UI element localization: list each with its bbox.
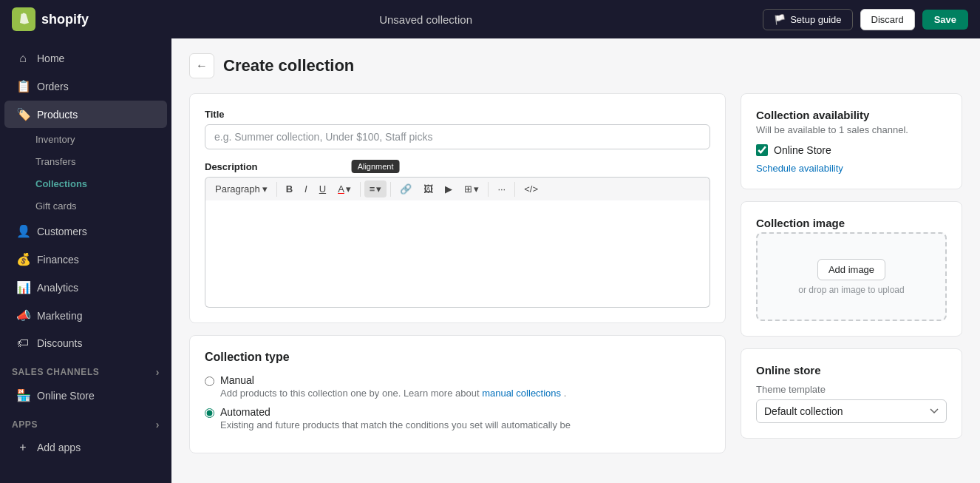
shopify-logo-icon <box>12 7 35 31</box>
left-column: Title Description Paragraph ▾ B <box>189 93 726 465</box>
home-icon: ⌂ <box>16 52 30 65</box>
sidebar-item-gift-cards[interactable]: Gift cards <box>4 195 167 217</box>
sidebar-item-discounts[interactable]: 🏷 Discounts <box>4 330 167 357</box>
link-button[interactable]: 🔗 <box>395 180 417 197</box>
collection-image-card: Collection image Add image or drop an im… <box>741 201 962 337</box>
automated-radio[interactable] <box>205 408 214 418</box>
color-dropdown-arrow: ▾ <box>346 183 351 195</box>
sidebar-item-inventory[interactable]: Inventory <box>4 129 167 150</box>
align-dropdown-arrow: ▾ <box>376 183 381 195</box>
italic-icon: I <box>304 183 307 195</box>
italic-button[interactable]: I <box>299 180 313 197</box>
sidebar-item-analytics[interactable]: 📊 Analytics <box>4 274 167 301</box>
align-icon: ≡ <box>370 183 375 195</box>
sidebar-item-collections[interactable]: Collections <box>4 173 167 195</box>
sidebar-item-finances[interactable]: 💰 Finances <box>4 246 167 273</box>
schedule-availability-link[interactable]: Schedule availability <box>756 163 843 174</box>
manual-collections-link[interactable]: manual collections <box>482 388 561 399</box>
collection-type-title: Collection type <box>205 351 710 364</box>
apps-expand-icon[interactable]: › <box>156 419 160 430</box>
online-store-checkbox[interactable] <box>756 144 768 156</box>
add-image-button[interactable]: Add image <box>817 259 885 280</box>
rte-content-area[interactable] <box>205 200 710 308</box>
back-button[interactable]: ← <box>189 53 214 78</box>
automated-radio-row: Automated Existing and future products t… <box>205 406 710 430</box>
bold-button[interactable]: B <box>281 180 298 197</box>
marketing-icon: 📣 <box>16 308 30 322</box>
sidebar-item-transfers[interactable]: Transfers <box>4 151 167 172</box>
underline-button[interactable]: U <box>314 180 331 197</box>
manual-radio[interactable] <box>205 376 214 386</box>
automated-desc: Existing and future products that match … <box>220 419 571 430</box>
sidebar-add-apps-label: Add apps <box>37 442 81 453</box>
expand-icon[interactable]: › <box>156 366 160 378</box>
automated-content: Automated Existing and future products t… <box>220 406 571 430</box>
code-icon: </> <box>524 183 538 195</box>
link-icon: 🔗 <box>400 183 412 195</box>
video-button[interactable]: ▶ <box>440 180 457 197</box>
sidebar-analytics-label: Analytics <box>37 282 78 294</box>
sidebar-orders-label: Orders <box>37 81 69 92</box>
setup-guide-button[interactable]: 🏳️ Setup guide <box>763 9 852 30</box>
image-icon: 🖼 <box>423 183 433 195</box>
sidebar-products-label: Products <box>37 109 78 121</box>
sidebar-item-online-store[interactable]: 🏪 Online Store <box>4 382 167 409</box>
sidebar-item-marketing[interactable]: 📣 Marketing <box>4 302 167 329</box>
save-button[interactable]: Save <box>922 10 968 30</box>
more-button[interactable]: ··· <box>492 180 511 197</box>
finances-icon: 💰 <box>16 252 30 266</box>
collection-image-title: Collection image <box>756 217 947 229</box>
manual-content: Manual Add products to this collection o… <box>220 374 566 399</box>
online-store-card: Online store Theme template Default coll… <box>741 348 962 439</box>
add-apps-icon: + <box>16 441 30 454</box>
sidebar-item-orders[interactable]: 📋 Orders <box>4 72 167 100</box>
sidebar-finances-label: Finances <box>37 254 79 266</box>
rte-sep-4 <box>488 182 489 197</box>
shopify-logo: shopify <box>12 7 89 31</box>
topbar-page-title: Unsaved collection <box>379 13 472 26</box>
products-icon: 🏷️ <box>16 107 30 121</box>
sidebar-online-store-label: Online Store <box>37 390 95 402</box>
right-column: Collection availability Will be availabl… <box>741 93 962 465</box>
sidebar-item-products[interactable]: 🏷️ Products <box>4 101 167 128</box>
manual-radio-row: Manual Add products to this collection o… <box>205 374 710 399</box>
sidebar-inventory-label: Inventory <box>35 134 75 145</box>
sidebar: ⌂ Home 📋 Orders 🏷️ Products Inventory Tr… <box>0 38 171 483</box>
online-store-checkbox-row: Online Store <box>756 144 947 156</box>
sidebar-item-home[interactable]: ⌂ Home <box>4 45 167 72</box>
paragraph-label: Paragraph <box>215 183 260 195</box>
rte-sep-5 <box>514 182 515 197</box>
sidebar-item-customers[interactable]: 👤 Customers <box>4 217 167 245</box>
table-icon: ⊞ <box>464 183 472 195</box>
dropdown-arrow: ▾ <box>262 183 268 195</box>
title-label: Title <box>205 109 710 120</box>
availability-title: Collection availability <box>756 109 947 121</box>
theme-template-select[interactable]: Default collection <box>756 399 947 423</box>
discounts-icon: 🏷 <box>16 337 30 350</box>
image-upload-area[interactable]: Add image or drop an image to upload <box>756 232 947 321</box>
flag-icon: 🏳️ <box>774 14 786 25</box>
discard-button[interactable]: Discard <box>860 9 915 30</box>
table-button[interactable]: ⊞ ▾ <box>459 180 484 197</box>
online-store-icon: 🏪 <box>16 388 30 402</box>
customers-icon: 👤 <box>16 224 30 238</box>
image-button[interactable]: 🖼 <box>418 180 438 197</box>
collection-type-card: Collection type Manual Add products to t… <box>189 335 726 453</box>
sales-channels-group: Sales channels › <box>0 357 171 381</box>
paragraph-dropdown[interactable]: Paragraph ▾ <box>210 180 273 197</box>
underline-icon: U <box>319 183 326 195</box>
align-button[interactable]: ≡ ▾ Alignment <box>364 180 387 197</box>
code-button[interactable]: </> <box>519 180 543 197</box>
orders-icon: 📋 <box>16 79 30 93</box>
main-layout: ⌂ Home 📋 Orders 🏷️ Products Inventory Tr… <box>0 38 980 483</box>
sales-channels-label: Sales channels <box>12 367 99 377</box>
sidebar-gift-cards-label: Gift cards <box>35 200 77 212</box>
setup-guide-label: Setup guide <box>790 14 841 25</box>
sidebar-customers-label: Customers <box>37 226 87 237</box>
availability-card: Collection availability Will be availabl… <box>741 93 962 189</box>
color-button[interactable]: A ▾ <box>333 180 356 197</box>
page-title: Create collection <box>223 56 354 75</box>
rte-toolbar: Paragraph ▾ B I U <box>205 177 710 200</box>
sidebar-item-add-apps[interactable]: + Add apps <box>4 434 167 461</box>
title-input[interactable] <box>205 124 710 149</box>
